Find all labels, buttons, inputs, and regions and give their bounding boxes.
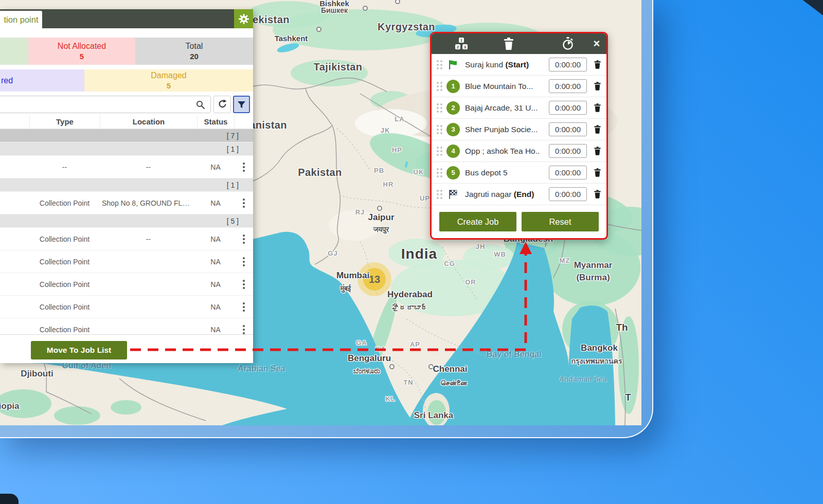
- waypoint-row[interactable]: 2 Bajaj Arcade, 31 U...: [432, 97, 606, 119]
- map-label: LA: [395, 115, 404, 123]
- desktop-corner-decoration: [798, 0, 823, 15]
- map-label: Kyrgyzstan: [378, 21, 435, 33]
- move-to-job-list-button[interactable]: Move To Job List: [31, 341, 127, 359]
- table-row[interactable]: Collection Point Shop No 8, GROUND FLOO.…: [0, 192, 253, 214]
- waypoint-number-badge: 2: [446, 101, 460, 115]
- map-label: Andaman Sea: [559, 375, 607, 383]
- drag-handle-icon[interactable]: [437, 190, 442, 199]
- map-label: Chennai: [433, 364, 467, 374]
- map-label: MZ: [560, 257, 570, 264]
- row-menu-kebab-icon[interactable]: [234, 199, 253, 208]
- map-label: Th: [616, 322, 628, 333]
- map-label: CG: [444, 260, 455, 267]
- reset-button[interactable]: Reset: [522, 212, 599, 231]
- waypoint-number-badge: 4: [446, 145, 460, 158]
- map-label: (Burma): [576, 273, 610, 283]
- map-label: PB: [374, 167, 384, 174]
- waypoint-row[interactable]: 1 Blue Mountain To...: [432, 76, 606, 97]
- map-label: Myanmar: [574, 260, 613, 271]
- col-location: Location: [100, 115, 197, 129]
- row-menu-kebab-icon[interactable]: [234, 280, 253, 289]
- drag-handle-icon[interactable]: [437, 168, 442, 177]
- waypoint-row[interactable]: 4 Opp ; ashok Tea Ho..: [432, 140, 606, 162]
- service-time-input[interactable]: [549, 166, 587, 179]
- job-creation-panel: 123 ×: [430, 32, 608, 240]
- cell-location: --: [100, 235, 197, 243]
- remove-waypoint-trash-icon[interactable]: [592, 147, 602, 155]
- waypoint-suffix: (Start): [505, 60, 529, 69]
- service-time-input[interactable]: [549, 79, 587, 93]
- summary-cell-allocated[interactable]: [0, 38, 28, 65]
- summary-cell-total[interactable]: Total 20: [135, 38, 253, 65]
- cell-type: --: [29, 163, 100, 171]
- service-time-input[interactable]: [549, 187, 587, 201]
- row-menu-kebab-icon[interactable]: [234, 257, 253, 266]
- waypoint-row[interactable]: 3 Sher Punjab Socie...: [432, 119, 606, 140]
- delete-all-trash-icon[interactable]: [503, 33, 515, 54]
- summary-cell-damaged[interactable]: Damaged 5: [84, 69, 253, 92]
- filter-button[interactable]: [233, 96, 250, 113]
- map-label: Tashkent: [275, 34, 308, 43]
- waypoint-label: Sher Punjab Socie...: [465, 125, 538, 134]
- cell-type: Collection Point: [29, 199, 100, 207]
- remove-waypoint-trash-icon[interactable]: [592, 168, 602, 177]
- map-label: Sri Lanka: [414, 410, 454, 421]
- settings-button[interactable]: [234, 9, 253, 28]
- remove-waypoint-trash-icon[interactable]: [592, 190, 602, 199]
- drag-handle-icon[interactable]: [437, 60, 442, 69]
- group-row[interactable]: [ 1 ]: [0, 178, 253, 192]
- tab-collection-point[interactable]: tion point: [0, 11, 42, 28]
- sequence-blocks-icon[interactable]: 123: [454, 33, 469, 54]
- map-label: KL: [385, 395, 395, 403]
- waypoint-suffix: (End): [514, 190, 534, 199]
- service-time-input[interactable]: [549, 101, 587, 115]
- group-count: [ 1 ]: [227, 145, 239, 153]
- table-body: [ 7 ] [ 1 ] -- -- NA [ 1 ] Collection Po…: [0, 129, 253, 341]
- table-row[interactable]: Collection Point NA: [0, 250, 253, 273]
- drag-handle-icon[interactable]: [437, 125, 442, 134]
- waypoint-row[interactable]: 5 Bus depot 5: [432, 162, 606, 184]
- group-row[interactable]: [ 1 ]: [0, 142, 253, 156]
- search-row: [0, 92, 253, 115]
- search-icon: [195, 100, 206, 110]
- create-job-button[interactable]: Create Job: [439, 212, 516, 231]
- waypoint-label: Jagruti nagar: [465, 190, 511, 199]
- summary-cell-not-allocated[interactable]: Not Allocated 5: [28, 38, 135, 65]
- service-time-input[interactable]: [549, 58, 587, 71]
- row-menu-kebab-icon[interactable]: [234, 163, 253, 172]
- map-label: JH: [476, 243, 486, 250]
- remove-waypoint-trash-icon[interactable]: [592, 60, 602, 69]
- stopwatch-icon[interactable]: [561, 33, 575, 54]
- remove-waypoint-trash-icon[interactable]: [592, 125, 602, 134]
- row-menu-kebab-icon[interactable]: [234, 235, 253, 244]
- map-label: ಬೆಂಗಳೂರು: [353, 367, 380, 375]
- group-row[interactable]: [ 5 ]: [0, 214, 253, 228]
- drag-handle-icon[interactable]: [437, 103, 442, 113]
- search-input[interactable]: [0, 96, 211, 113]
- service-time-input[interactable]: [549, 122, 587, 136]
- table-row[interactable]: Collection Point NA: [0, 296, 253, 318]
- close-icon[interactable]: ×: [589, 33, 604, 54]
- group-count: [ 5 ]: [227, 217, 239, 225]
- map-label: Bay of Bengal: [487, 350, 542, 359]
- start-flag-icon: [445, 59, 461, 71]
- drag-handle-icon[interactable]: [437, 82, 442, 91]
- map-label: Mumbai: [336, 271, 369, 281]
- group-row[interactable]: [ 7 ]: [0, 129, 253, 142]
- service-time-input[interactable]: [549, 144, 587, 158]
- refresh-button[interactable]: [213, 96, 231, 113]
- row-menu-kebab-icon[interactable]: [234, 302, 253, 312]
- table-row[interactable]: Collection Point NA: [0, 273, 253, 296]
- drag-handle-icon[interactable]: [437, 147, 442, 156]
- table-row[interactable]: Collection Point -- NA: [0, 228, 253, 250]
- remove-waypoint-trash-icon[interactable]: [592, 103, 602, 112]
- remove-waypoint-trash-icon[interactable]: [592, 82, 602, 91]
- waypoint-row-start[interactable]: Suraj kund (Start): [432, 54, 606, 76]
- waypoint-label: Opp ; ashok Tea Ho..: [465, 147, 540, 155]
- table-row[interactable]: -- -- NA: [0, 156, 253, 178]
- cell-type: Collection Point: [29, 235, 100, 243]
- waypoint-row-end[interactable]: Jagruti nagar (End): [432, 184, 606, 205]
- row-menu-kebab-icon[interactable]: [234, 325, 253, 334]
- summary-label: red: [1, 76, 13, 86]
- summary-cell-delivered[interactable]: red: [0, 69, 84, 92]
